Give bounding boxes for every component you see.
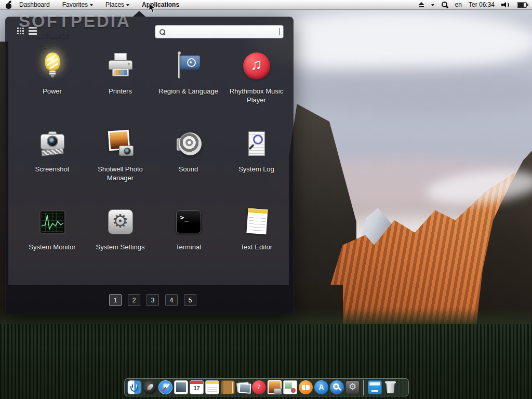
panel-notch — [133, 11, 145, 17]
app-rhythmbox[interactable]: ♫ Rhythmbox Music Player — [222, 47, 290, 125]
safari-icon[interactable] — [158, 380, 172, 394]
terminal-icon: >_ — [174, 208, 203, 237]
monitor-graph-icon — [38, 208, 67, 237]
app-label: Rhythmbox Music Player — [222, 87, 290, 105]
menu-dashboard[interactable]: Dashboard — [19, 1, 50, 8]
app-region-language[interactable]: Region & Language — [154, 47, 222, 125]
language-indicator[interactable]: en — [455, 1, 462, 8]
ibooks-icon[interactable] — [299, 380, 313, 394]
softpedia-watermark: SOFTPEDIA — [19, 11, 131, 31]
mouse-cursor — [149, 3, 156, 13]
menu-applications[interactable]: Applications — [142, 1, 179, 8]
dropdown-caret-icon — [90, 4, 93, 6]
page-button-2[interactable]: 2 — [128, 294, 140, 306]
appstore-icon[interactable]: A — [314, 380, 328, 394]
app-label: System Log — [222, 165, 290, 174]
dock: 17 ♪ A ⚙ — [124, 378, 409, 396]
menu-bar: Dashboard Favorites Places Applications … — [0, 0, 532, 10]
pagination: 1 2 3 4 5 — [109, 294, 196, 306]
quicktime-icon[interactable] — [330, 380, 344, 394]
applications-launcher-panel: Power Printers Region & Language ♫ Rhyth… — [5, 17, 294, 314]
eject-icon[interactable] — [418, 2, 424, 8]
trash-icon[interactable] — [383, 380, 397, 394]
battery-icon[interactable] — [517, 2, 527, 8]
system-preferences-icon[interactable]: ⚙ — [345, 380, 360, 394]
text-caret — [279, 28, 280, 35]
launchpad-icon[interactable] — [143, 380, 157, 394]
app-power[interactable]: Power — [18, 47, 86, 125]
camera-icon — [38, 130, 67, 159]
app-terminal[interactable]: >_ Terminal — [154, 203, 222, 281]
page-button-3[interactable]: 3 — [147, 294, 159, 306]
app-label: Region & Language — [154, 87, 222, 96]
dropdown-caret-icon — [126, 4, 129, 6]
app-label: System Settings — [86, 243, 154, 252]
music-note-icon: ♫ — [242, 52, 271, 81]
app-system-monitor[interactable]: System Monitor — [18, 203, 86, 281]
app-label: System Monitor — [18, 243, 86, 252]
printer-icon — [106, 52, 135, 81]
app-grid: Power Printers Region & Language ♫ Rhyth… — [18, 47, 290, 281]
finder-icon[interactable] — [127, 380, 141, 394]
clock[interactable]: Ter 06:34 — [469, 1, 495, 8]
flag-icon — [174, 52, 203, 81]
search-icon[interactable] — [441, 1, 448, 8]
gear-icon: ⚙ — [106, 208, 135, 237]
calendar-day: 17 — [190, 385, 203, 391]
pear-logo-icon[interactable] — [5, 1, 12, 9]
notes-icon[interactable] — [205, 380, 219, 394]
dock-separator — [363, 380, 364, 395]
menu-label: Dashboard — [19, 1, 50, 8]
pictures-icon[interactable] — [236, 380, 250, 394]
log-magnifier-icon — [242, 130, 271, 159]
app-label: Screenshot — [18, 165, 86, 174]
app-label: Shotwell Photo Manager — [86, 165, 154, 183]
itunes-icon[interactable]: ♪ — [252, 380, 266, 394]
app-label: Terminal — [154, 243, 222, 252]
speaker-icon — [174, 130, 203, 159]
menu-favorites[interactable]: Favorites — [62, 1, 93, 8]
app-system-log[interactable]: System Log — [222, 125, 290, 203]
page-button-1[interactable]: 1 — [109, 294, 122, 306]
menu-label: Applications — [142, 1, 179, 8]
menu-label: Places — [105, 1, 124, 8]
app-sound[interactable]: Sound — [154, 125, 222, 203]
contacts-icon[interactable] — [221, 380, 235, 394]
app-printers[interactable]: Printers — [86, 47, 154, 125]
photo-camera-icon — [106, 130, 135, 159]
page-button-4[interactable]: 4 — [165, 294, 178, 306]
menu-places[interactable]: Places — [105, 1, 129, 8]
search-icon — [159, 29, 166, 35]
volume-icon[interactable] — [501, 2, 510, 8]
menu-label: Favorites — [62, 1, 88, 8]
files-icon[interactable] — [368, 380, 382, 394]
preview-icon[interactable] — [174, 380, 188, 394]
app-label: Text Editor — [222, 243, 290, 252]
software-center-icon[interactable] — [283, 380, 297, 394]
dropdown-caret-icon[interactable] — [431, 4, 434, 6]
lightbulb-icon — [38, 52, 67, 81]
app-shotwell[interactable]: Shotwell Photo Manager — [86, 125, 154, 203]
search-input[interactable] — [169, 28, 277, 36]
app-label: Sound — [154, 165, 222, 174]
notepad-icon — [242, 208, 271, 237]
page-button-5[interactable]: 5 — [184, 294, 196, 306]
app-label: Printers — [86, 87, 154, 96]
app-label: Power — [18, 87, 86, 96]
shotwell-icon[interactable] — [268, 380, 282, 394]
app-system-settings[interactable]: ⚙ System Settings — [86, 203, 154, 281]
app-search-box[interactable] — [155, 25, 284, 38]
app-screenshot[interactable]: Screenshot — [18, 125, 86, 203]
calendar-icon[interactable]: 17 — [190, 380, 204, 394]
app-text-editor[interactable]: Text Editor — [222, 203, 290, 281]
